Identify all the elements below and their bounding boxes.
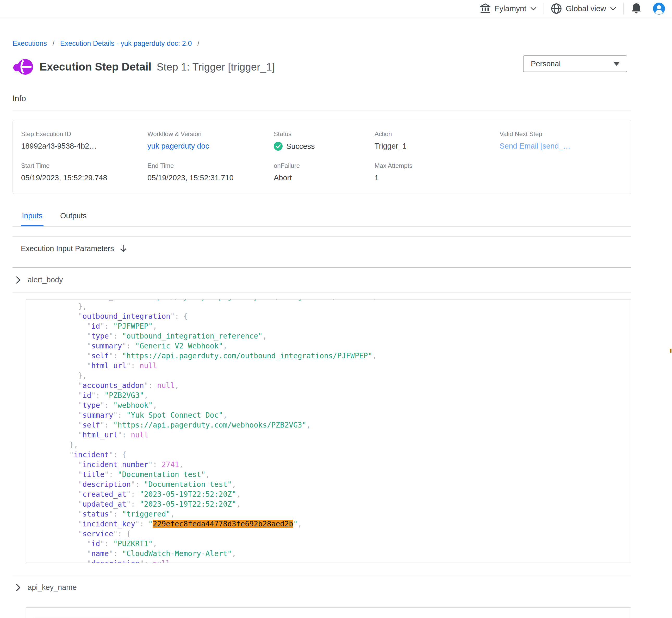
fylamynt-logo-icon [12, 58, 34, 76]
page-title: Execution Step Detail [39, 61, 151, 73]
breadcrumb-separator: / [53, 39, 55, 47]
chevron-right-icon [16, 276, 21, 284]
bank-icon [480, 3, 491, 14]
breadcrumb-executions[interactable]: Executions [12, 39, 47, 47]
find-match-scroll-marker [670, 349, 671, 352]
notifications-bell-icon[interactable] [631, 3, 642, 15]
field-valid-next-step: Valid Next Step Send Email [send_… [500, 130, 631, 151]
field-status: Status Success [274, 130, 374, 151]
field-workflow-version: Workflow & Version yuk pagerduty doc [148, 130, 274, 151]
json-code: "html_url": "https://fylamynt.pagerduty.… [43, 299, 631, 563]
workflow-link[interactable]: yuk pagerduty doc [148, 142, 274, 150]
globe-icon [551, 3, 562, 14]
user-avatar[interactable] [653, 2, 665, 15]
tab-bar: Inputs Outputs [12, 208, 632, 227]
execution-input-parameters-title: Execution Input Parameters [21, 244, 114, 253]
top-header: Fylamynt Global view [0, 0, 672, 17]
tab-inputs[interactable]: Inputs [21, 208, 44, 226]
api-key-name-value-box: documentation api key [26, 607, 631, 618]
status-text: Success [286, 142, 315, 151]
chevron-down-icon [610, 6, 616, 11]
json-code-viewer[interactable]: "html_url": "https://fylamynt.pagerduty.… [26, 299, 631, 563]
chevron-right-icon [16, 584, 21, 592]
execution-input-parameters-header: Execution Input Parameters [12, 237, 632, 260]
scope-select[interactable]: Personal [523, 56, 627, 72]
field-onfailure: onFailure Abort [274, 162, 374, 182]
org-label: Fylamynt [495, 4, 526, 13]
field-step-execution-id: Step Execution ID 18992a43-9538-4b2… [21, 130, 148, 151]
field-action: Action Trigger_1 [374, 130, 500, 151]
success-check-icon [274, 142, 282, 151]
info-divider [12, 111, 632, 111]
field-end-time: End Time 05/19/2023, 15:52:31.710 [148, 162, 274, 182]
breadcrumb-execution-details[interactable]: Execution Details - yuk pagerduty doc: 2… [60, 39, 192, 47]
row-divider [12, 292, 632, 293]
next-step-link[interactable]: Send Email [send_… [500, 142, 631, 150]
breadcrumb: Executions / Execution Details - yuk pag… [12, 17, 632, 47]
view-label: Global view [566, 4, 606, 13]
info-card: Step Execution ID 18992a43-9538-4b2… Wor… [12, 120, 632, 194]
title-row: Execution Step Detail Step 1: Trigger [t… [12, 57, 632, 77]
field-max-attempts: Max Attempts 1 [374, 162, 500, 182]
param-row-alert-body[interactable]: alert_body [12, 268, 632, 292]
page-subtitle: Step 1: Trigger [trigger_1] [157, 61, 275, 73]
breadcrumb-separator: / [197, 39, 199, 47]
param-label: alert_body [27, 276, 63, 284]
download-arrow-icon[interactable] [119, 244, 127, 253]
view-switcher[interactable]: Global view [544, 3, 623, 14]
param-label: api_key_name [27, 583, 77, 592]
select-caret-icon [613, 62, 620, 66]
tab-outputs[interactable]: Outputs [59, 208, 88, 226]
scope-select-value: Personal [531, 60, 561, 68]
chevron-down-icon [530, 6, 537, 11]
main-content: Executions / Execution Details - yuk pag… [12, 17, 632, 618]
info-heading: Info [12, 94, 632, 103]
param-row-api-key-name[interactable]: api_key_name [12, 575, 632, 600]
field-start-time: Start Time 05/19/2023, 15:52:29.748 [21, 162, 148, 182]
org-switcher[interactable]: Fylamynt [473, 3, 543, 14]
